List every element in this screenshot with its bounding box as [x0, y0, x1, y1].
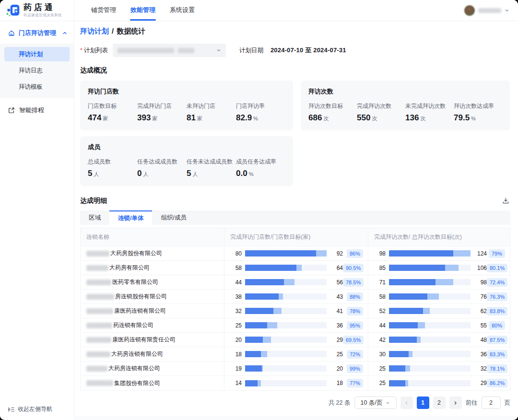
progress-bar-track: [389, 337, 471, 343]
progress-bar-target-segment: [284, 279, 294, 285]
stores-target-value: 64: [330, 265, 343, 271]
logo-icon: [6, 3, 20, 18]
redacted-name-prefix: [86, 294, 114, 300]
metric-unit: 人: [192, 171, 198, 177]
detail-table: 连锁名称 完成拜访门店数/门店数目标(家) 完成拜访次数/ 总拜访次数目标(次)…: [80, 228, 510, 391]
progress-bar-done-segment: [389, 250, 453, 257]
company-name: 医药零售有限公司: [112, 278, 158, 286]
progress-bar-track: [389, 365, 471, 372]
metric-unit: 家: [197, 116, 202, 121]
table-row: 大药房连锁有限公司192099%253278.1%: [81, 362, 510, 376]
sidebar: 门店拜访管理 拜访计划 拜访日志 拜访模板 智能排程 收起左侧: [0, 21, 74, 420]
nav-tab-settings[interactable]: 系统设置: [163, 0, 202, 21]
visits-target-value: 48: [473, 337, 487, 343]
metric-value: 393家: [137, 113, 187, 123]
progress-bar-target-segment: [263, 337, 271, 343]
plan-list-select[interactable]: [113, 44, 226, 57]
tab-org-member[interactable]: 组织/成员: [152, 210, 195, 225]
chevron-down-icon: [386, 401, 390, 405]
table-row: 医药零售有限公司445678.5%719872.4%: [81, 275, 510, 290]
company-name: 大药房连锁有限公司: [108, 364, 160, 373]
sidebar-item-smart-schedule[interactable]: 智能排程: [0, 98, 74, 122]
redacted-name-prefix: [86, 308, 113, 314]
metric-unit: 次: [372, 116, 377, 121]
stores-done-value: 25: [229, 322, 242, 329]
breadcrumb-parent-link[interactable]: 拜访计划: [80, 27, 109, 35]
stores-done-value: 58: [229, 265, 242, 271]
download-button[interactable]: [501, 196, 510, 205]
stores-progress-cell: 202969.5%: [224, 333, 368, 347]
progress-bar-target-segment: [453, 250, 471, 257]
metric-value: 79.5%: [454, 113, 502, 123]
sidebar-item-visit-log[interactable]: 拜访日志: [4, 63, 70, 78]
stores-target-value: 25: [330, 351, 343, 358]
progress-bar-done-segment: [389, 351, 409, 357]
sidebar-item-visit-plan[interactable]: 拜访计划: [4, 47, 70, 61]
card-visit-count: 拜访次数 拜访次数目标686次完成拜访次数550次未完成拜访次数136次拜访次数…: [301, 81, 510, 130]
metric: 门店数目标474家: [88, 102, 137, 123]
progress-bar-done-segment: [245, 365, 262, 372]
tab-chain-single[interactable]: 连锁/单体: [109, 210, 152, 225]
stores-progress-cell: 809286%: [224, 246, 368, 260]
stores-rate-badge: 78.5%: [343, 278, 364, 287]
progress-bar-done-segment: [245, 250, 316, 257]
next-page-button[interactable]: [449, 397, 462, 409]
prev-page-button[interactable]: [400, 397, 413, 409]
progress-bar-track: [245, 250, 327, 257]
tab-region[interactable]: 区域: [80, 210, 109, 225]
user-menu[interactable]: [464, 0, 518, 21]
goto-page-input[interactable]: [482, 397, 501, 409]
stores-target-value: 20: [330, 365, 343, 372]
metric-value: 686次: [308, 113, 357, 123]
stores-progress-cell: 192099%: [224, 362, 368, 375]
progress-bar-track: [389, 308, 471, 314]
company-name: 大药房连锁有限公司: [111, 350, 163, 358]
table-row: 药连锁有限公司253695%445580%: [81, 318, 510, 333]
stores-target-value: 43: [330, 293, 343, 300]
detail-tabs: 区域 连锁/单体 组织/成员: [80, 210, 510, 225]
visits-rate-badge: 78.1%: [487, 364, 507, 373]
metric: 未拜访门店81家: [187, 102, 236, 123]
plan-date-label: 计划日期: [239, 47, 263, 55]
visits-rate-badge: 87.5%: [487, 336, 507, 344]
sidebar-group-store-visit[interactable]: 门店拜访管理: [0, 21, 74, 44]
progress-bar-target-segment: [279, 293, 283, 300]
metric-unit: %: [471, 116, 476, 121]
progress-bar-track: [389, 265, 471, 271]
nav-tab-performance[interactable]: 效能管理: [123, 0, 163, 21]
progress-bar-done-segment: [389, 380, 405, 386]
visits-done-value: 25: [373, 365, 386, 372]
table-header: 连锁名称 完成拜访门店数/门店数目标(家) 完成拜访次数/ 总拜访次数目标(次): [81, 228, 510, 246]
stores-rate-badge: 86%: [347, 249, 363, 258]
chevron-left-icon: [404, 401, 409, 405]
metric-unit: 家: [152, 116, 157, 121]
metric: 拜访次数目标686次: [308, 102, 357, 123]
page-button-2[interactable]: 2: [433, 397, 446, 409]
stores-progress-cell: 253695%: [224, 318, 368, 332]
collapse-sidebar-button[interactable]: 收起左侧导航: [8, 405, 52, 413]
company-name-cell: 集团股份有限公司: [81, 376, 224, 390]
stores-target-value: 18: [330, 380, 343, 386]
metric-label: 拜访次数目标: [308, 102, 357, 110]
redacted-name-prefix: [86, 351, 110, 357]
progress-bar-target-segment: [418, 322, 425, 328]
metric: 完成拜访次数550次: [357, 102, 405, 123]
stores-done-value: 44: [229, 279, 242, 286]
stores-done-value: 32: [229, 308, 242, 315]
company-name-cell: 大药房股份有限公司: [81, 246, 224, 260]
redacted-name-prefix: [86, 280, 111, 285]
progress-bar-track: [389, 380, 471, 386]
card-visit-stores: 拜访门店数 门店数目标474家完成拜访门店393家未拜访门店81家门店拜访率82…: [80, 81, 293, 130]
page-size-select[interactable]: 10 条/页: [354, 397, 397, 409]
plan-date-value: 2024-07-10 至 2024-07-31: [271, 46, 346, 55]
sidebar-item-visit-template[interactable]: 拜访模板: [4, 80, 70, 94]
stores-target-value: 92: [330, 250, 343, 257]
nav-tab-distribution[interactable]: 铺货管理: [84, 0, 123, 21]
stores-progress-cell: 182572%: [224, 347, 368, 361]
breadcrumb-separator: /: [112, 27, 114, 35]
logo-text: 药店通 药店渠道管理决策系统: [24, 3, 62, 18]
sidebar-group-label: 门店拜访管理: [19, 29, 56, 37]
page-button-1[interactable]: 1: [417, 397, 429, 409]
visits-done-value: 58: [373, 293, 386, 300]
progress-bar-track: [245, 322, 327, 328]
